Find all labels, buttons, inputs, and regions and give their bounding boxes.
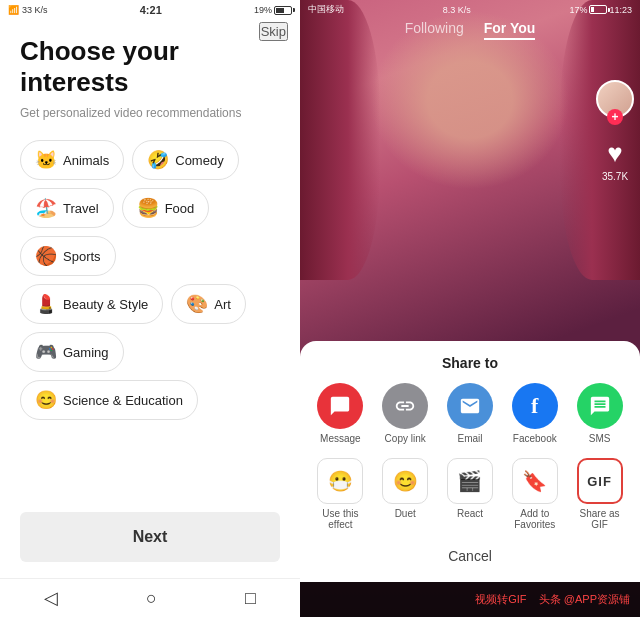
- watermark-gif-text: 视频转GIF: [475, 593, 526, 605]
- add-favorites-label: Add toFavorites: [514, 508, 555, 530]
- share-sms[interactable]: SMS: [577, 383, 623, 444]
- battery-icon-right: [589, 5, 607, 14]
- use-effect-label: Use thiseffect: [322, 508, 358, 530]
- share-panel: Share to Message Copy link: [300, 341, 640, 582]
- watermark-text: 视频转GIF 头条 @APP资源铺: [475, 592, 630, 607]
- chip-animals[interactable]: 🐱 Animals: [20, 140, 124, 180]
- status-bar-right: 中国移动 8.3 K/s 17% 11:23: [300, 0, 640, 19]
- sports-label: Sports: [63, 249, 101, 264]
- carrier-name: 中国移动: [308, 3, 344, 16]
- follow-button[interactable]: +: [607, 109, 623, 125]
- facebook-label: Facebook: [513, 433, 557, 444]
- share-add-favorites[interactable]: 🔖 Add toFavorites: [512, 458, 558, 530]
- sports-emoji: 🏀: [35, 245, 57, 267]
- beauty-label: Beauty & Style: [63, 297, 148, 312]
- share-title: Share to: [300, 355, 640, 371]
- duet-label: Duet: [395, 508, 416, 519]
- share-row-1: Message Copy link Email: [300, 383, 640, 444]
- recents-nav-icon[interactable]: □: [245, 588, 256, 609]
- network-speed: 8.3 K/s: [443, 5, 471, 15]
- animals-emoji: 🐱: [35, 149, 57, 171]
- interests-row-4: 💄 Beauty & Style 🎨 Art: [20, 284, 280, 324]
- gif-share-label: Share asGIF: [580, 508, 620, 530]
- comedy-emoji: 🤣: [147, 149, 169, 171]
- message-icon: [317, 383, 363, 429]
- email-icon: [447, 383, 493, 429]
- battery-area-left: 19%: [254, 5, 292, 15]
- data-speed: 33 K/s: [22, 5, 48, 15]
- gif-label: GIF: [587, 474, 612, 489]
- watermark-account: 头条 @APP资源铺: [539, 593, 630, 605]
- use-effect-icon: 😷: [317, 458, 363, 504]
- cancel-button[interactable]: Cancel: [300, 540, 640, 572]
- share-gif[interactable]: GIF Share asGIF: [577, 458, 623, 530]
- left-panel: 📶 33 K/s 4:21 19% Skip Choose your inter…: [0, 0, 300, 617]
- share-use-effect[interactable]: 😷 Use thiseffect: [317, 458, 363, 530]
- gaming-emoji: 🎮: [35, 341, 57, 363]
- add-favorites-icon: 🔖: [512, 458, 558, 504]
- interests-row-2: 🏖️ Travel 🍔 Food: [20, 188, 280, 228]
- left-content: Choose your interests Get personalized v…: [0, 20, 300, 502]
- share-message[interactable]: Message: [317, 383, 363, 444]
- next-button[interactable]: Next: [20, 512, 280, 562]
- facebook-icon: f: [512, 383, 558, 429]
- right-panel: 中国移动 8.3 K/s 17% 11:23 Following For You…: [300, 0, 640, 617]
- share-facebook[interactable]: f Facebook: [512, 383, 558, 444]
- battery-icon-left: [274, 6, 292, 15]
- sms-icon: [577, 383, 623, 429]
- interests-row-3: 🏀 Sports: [20, 236, 280, 276]
- chip-science[interactable]: 😊 Science & Education: [20, 380, 198, 420]
- sms-label: SMS: [589, 433, 611, 444]
- heart-icon[interactable]: ♥: [607, 138, 622, 169]
- art-label: Art: [214, 297, 231, 312]
- video-tabs: Following For You: [300, 18, 640, 40]
- wifi-icon: 📶: [8, 5, 19, 15]
- beauty-emoji: 💄: [35, 293, 57, 315]
- chip-gaming[interactable]: 🎮 Gaming: [20, 332, 124, 372]
- chip-comedy[interactable]: 🤣 Comedy: [132, 140, 238, 180]
- gif-icon: GIF: [577, 458, 623, 504]
- science-label: Science & Education: [63, 393, 183, 408]
- share-copy-link[interactable]: Copy link: [382, 383, 428, 444]
- watermark-bar: 视频转GIF 头条 @APP资源铺: [300, 582, 640, 617]
- chip-sports[interactable]: 🏀 Sports: [20, 236, 116, 276]
- interests-row-1: 🐱 Animals 🤣 Comedy: [20, 140, 280, 180]
- page-subtitle: Get personalized video recommendations: [20, 106, 280, 120]
- animals-label: Animals: [63, 153, 109, 168]
- chip-beauty[interactable]: 💄 Beauty & Style: [20, 284, 163, 324]
- page-title: Choose your interests: [20, 36, 280, 98]
- email-label: Email: [457, 433, 482, 444]
- battery-pct-left: 19%: [254, 5, 272, 15]
- share-email[interactable]: Email: [447, 383, 493, 444]
- duet-icon: 😊: [382, 458, 428, 504]
- share-react[interactable]: 🎬 React: [447, 458, 493, 530]
- tab-following[interactable]: Following: [405, 18, 464, 40]
- interests-row-5: 🎮 Gaming: [20, 332, 280, 372]
- share-duet[interactable]: 😊 Duet: [382, 458, 428, 530]
- tab-for-you[interactable]: For You: [484, 18, 536, 40]
- chip-art[interactable]: 🎨 Art: [171, 284, 246, 324]
- chip-food[interactable]: 🍔 Food: [122, 188, 210, 228]
- like-container: ♥ 35.7K: [602, 138, 628, 182]
- travel-label: Travel: [63, 201, 99, 216]
- travel-emoji: 🏖️: [35, 197, 57, 219]
- status-icons-left: 📶 33 K/s: [8, 5, 48, 15]
- gaming-label: Gaming: [63, 345, 109, 360]
- interests-grid: 🐱 Animals 🤣 Comedy 🏖️ Travel 🍔 Food: [20, 140, 280, 420]
- back-nav-icon[interactable]: ◁: [44, 587, 58, 609]
- comedy-label: Comedy: [175, 153, 223, 168]
- home-nav-icon[interactable]: ○: [146, 588, 157, 609]
- copy-link-icon: [382, 383, 428, 429]
- status-bar-left: 📶 33 K/s 4:21 19%: [0, 0, 300, 20]
- like-count: 35.7K: [602, 171, 628, 182]
- food-emoji: 🍔: [137, 197, 159, 219]
- react-label: React: [457, 508, 483, 519]
- battery-area-right: 17% 11:23: [569, 5, 632, 15]
- chip-travel[interactable]: 🏖️ Travel: [20, 188, 114, 228]
- time-right: 11:23: [609, 5, 632, 15]
- video-right-icons: + ♥ 35.7K: [596, 80, 634, 182]
- food-label: Food: [165, 201, 195, 216]
- copy-link-label: Copy link: [385, 433, 426, 444]
- message-label: Message: [320, 433, 361, 444]
- skip-button[interactable]: Skip: [259, 22, 288, 41]
